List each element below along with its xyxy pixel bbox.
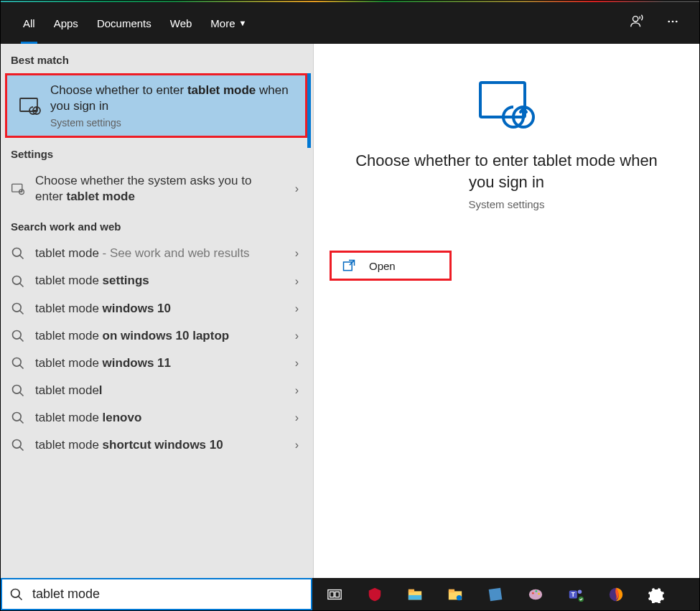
search-icon xyxy=(9,587,24,602)
web-result-text: tablet mode lenovo xyxy=(35,410,291,426)
chevron-right-icon[interactable]: › xyxy=(291,439,303,452)
open-button[interactable]: Open xyxy=(330,251,452,281)
preview-pane: Choose whether to enter tablet mode when… xyxy=(314,44,699,579)
chevron-down-icon: ▼ xyxy=(239,19,247,27)
web-result-3[interactable]: tablet mode on windows 10 laptop› xyxy=(1,322,313,350)
svg-point-1 xyxy=(668,21,670,23)
taskbar-settings[interactable] xyxy=(640,580,673,609)
web-result-1[interactable]: tablet mode settings› xyxy=(1,267,313,294)
search-icon xyxy=(11,302,25,316)
svg-rect-29 xyxy=(489,587,503,601)
taskbar-file-explorer[interactable] xyxy=(398,580,431,609)
settings-result-bold: tablet mode xyxy=(66,190,134,203)
chevron-right-icon[interactable]: › xyxy=(291,182,303,195)
web-result-text: tablet mode settings xyxy=(35,273,291,289)
search-icon xyxy=(11,411,25,425)
svg-point-19 xyxy=(11,589,20,597)
settings-result[interactable]: Choose whether the system asks you to en… xyxy=(1,167,313,210)
settings-result-text: Choose whether the system asks you to en… xyxy=(35,173,291,205)
web-result-text: tablet mode shortcut windows 10 xyxy=(35,437,291,453)
search-box[interactable] xyxy=(1,578,312,610)
svg-point-12 xyxy=(13,358,22,366)
section-settings: Settings xyxy=(1,138,313,167)
open-label: Open xyxy=(369,260,396,272)
svg-point-13 xyxy=(13,385,22,393)
best-match-title: Choose whether to enter tablet mode when… xyxy=(50,83,294,114)
taskbar: T xyxy=(312,578,699,610)
svg-point-28 xyxy=(457,594,462,600)
svg-point-36 xyxy=(578,589,582,594)
best-match-result[interactable]: Choose whether to enter tablet mode when… xyxy=(5,73,307,138)
web-result-2[interactable]: tablet mode windows 10› xyxy=(1,295,313,322)
svg-text:T: T xyxy=(571,591,575,597)
chevron-right-icon[interactable]: › xyxy=(291,357,303,370)
chevron-right-icon[interactable]: › xyxy=(291,247,303,260)
bottom-bar: T xyxy=(1,578,699,610)
taskbar-firefox[interactable] xyxy=(599,580,633,609)
taskbar-teams[interactable]: T xyxy=(559,580,592,609)
search-icon xyxy=(11,438,25,452)
taskbar-paint[interactable] xyxy=(519,580,552,609)
chevron-right-icon[interactable]: › xyxy=(291,384,303,397)
search-header: All Apps Documents Web More ▼ xyxy=(1,2,699,44)
svg-rect-24 xyxy=(409,589,414,592)
tab-all[interactable]: All xyxy=(14,2,45,44)
svg-point-3 xyxy=(676,21,678,23)
selection-accent xyxy=(307,73,311,148)
header-icons xyxy=(629,14,692,32)
chevron-right-icon[interactable]: › xyxy=(291,330,303,342)
svg-rect-25 xyxy=(409,594,421,599)
svg-point-32 xyxy=(536,590,538,592)
web-result-text: tablet mode windows 11 xyxy=(35,355,291,371)
search-icon xyxy=(11,356,25,370)
feedback-icon[interactable] xyxy=(629,14,645,32)
preview-subtitle: System settings xyxy=(469,198,545,210)
web-result-text: tablet model xyxy=(35,383,291,398)
best-match-bold: tablet mode xyxy=(187,83,256,97)
svg-rect-4 xyxy=(20,98,37,111)
web-result-4[interactable]: tablet mode windows 11› xyxy=(1,350,313,377)
tab-more[interactable]: More ▼ xyxy=(201,2,256,44)
best-match-subtitle: System settings xyxy=(50,117,294,129)
svg-point-9 xyxy=(13,276,22,284)
search-input[interactable] xyxy=(32,587,304,602)
web-result-text: tablet mode windows 10 xyxy=(35,301,291,317)
section-best-match: Best match xyxy=(1,44,313,73)
header-tabs: All Apps Documents Web More ▼ xyxy=(14,2,256,44)
tab-web[interactable]: Web xyxy=(161,2,202,44)
web-result-7[interactable]: tablet mode shortcut windows 10› xyxy=(1,432,313,459)
web-result-5[interactable]: tablet model› xyxy=(1,377,313,404)
preview-title: Choose whether to enter tablet mode when… xyxy=(349,150,665,192)
svg-rect-22 xyxy=(335,592,340,597)
search-icon xyxy=(11,383,25,398)
tab-documents[interactable]: Documents xyxy=(88,2,161,44)
tablet-mode-preview-icon xyxy=(476,73,538,134)
svg-point-10 xyxy=(13,303,22,312)
svg-point-15 xyxy=(13,440,22,449)
tablet-mode-icon-small xyxy=(11,182,25,196)
svg-point-8 xyxy=(13,248,22,257)
search-icon xyxy=(11,246,25,261)
svg-rect-27 xyxy=(449,589,454,592)
svg-point-11 xyxy=(13,330,22,339)
taskbar-file-explorer-2[interactable] xyxy=(439,580,472,609)
best-match-prefix: Choose whether to enter xyxy=(50,83,187,97)
taskbar-mcafee[interactable] xyxy=(358,580,391,609)
svg-rect-21 xyxy=(330,592,335,597)
chevron-right-icon[interactable]: › xyxy=(291,302,303,315)
svg-rect-16 xyxy=(480,83,525,117)
chevron-right-icon[interactable]: › xyxy=(291,275,303,288)
svg-point-31 xyxy=(532,592,534,594)
results-pane: Best match Choose whether to enter table… xyxy=(1,44,314,579)
tab-apps[interactable]: Apps xyxy=(45,2,88,44)
svg-point-2 xyxy=(672,21,674,23)
web-result-0[interactable]: tablet mode - See work and web results› xyxy=(1,240,313,267)
taskbar-onenote[interactable] xyxy=(479,580,512,609)
web-result-text: tablet mode on windows 10 laptop xyxy=(35,328,291,344)
more-options-icon[interactable] xyxy=(666,15,679,31)
web-result-6[interactable]: tablet mode lenovo› xyxy=(1,404,313,432)
chevron-right-icon[interactable]: › xyxy=(291,411,303,424)
taskbar-task-view[interactable] xyxy=(318,580,351,609)
search-icon xyxy=(11,274,25,289)
svg-point-37 xyxy=(579,596,584,601)
